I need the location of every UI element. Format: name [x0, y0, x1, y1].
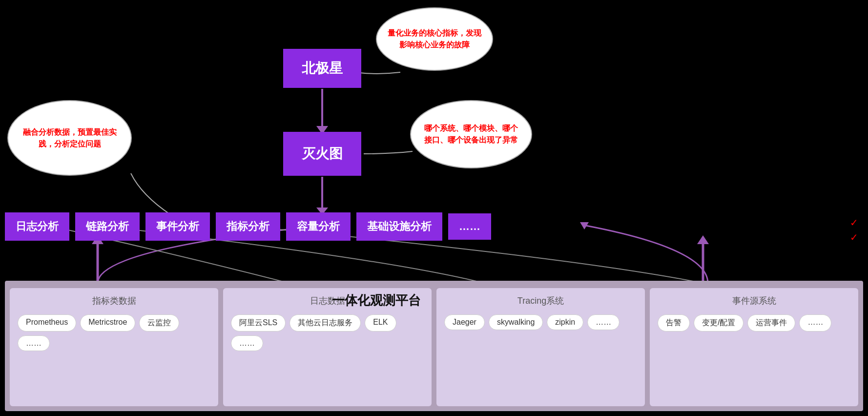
more-analysis-label: …… — [459, 220, 480, 232]
analysis-box-capacity: 容量分析 — [286, 212, 351, 241]
card-metrics: 指标类数据 Prometheus Metricstroe 云监控 …… — [10, 288, 218, 406]
bubble-2: 哪个系统、哪个模块、哪个接口、哪个设备出现了异常 — [410, 100, 532, 168]
miehuotu-box: 灭火图 — [283, 132, 361, 176]
infra-analysis-label: 基础设施分析 — [367, 220, 432, 232]
item-alarm: 告警 — [658, 314, 690, 332]
item-jaeger: Jaeger — [444, 314, 485, 330]
card-metrics-title: 指标类数据 — [18, 295, 210, 307]
card-tracing-items: Jaeger skywalking zipkin …… — [444, 314, 637, 330]
svg-marker-9 — [697, 235, 709, 244]
item-change-config: 变更/配置 — [694, 314, 744, 332]
beiji-label: 北极星 — [302, 59, 343, 78]
miehuotu-label: 灭火图 — [302, 145, 343, 163]
item-events-more: …… — [799, 314, 831, 332]
item-zipkin: zipkin — [547, 314, 583, 330]
log-analysis-label: 日志分析 — [16, 220, 59, 232]
item-other-log: 其他云日志服务 — [289, 314, 361, 332]
bubble-1-text: 量化业务的核心指标，发现影响核心业务的故障 — [387, 27, 482, 51]
card-tracing-title: Tracing系统 — [444, 295, 637, 307]
analysis-box-log: 日志分析 — [5, 212, 69, 241]
unified-platform-label: 一体化观测平台 — [332, 292, 421, 309]
beiji-box: 北极星 — [283, 49, 361, 88]
chain-analysis-label: 链路分析 — [86, 220, 129, 232]
item-metrics-more: …… — [18, 335, 50, 351]
bubble-2-text: 哪个系统、哪个模块、哪个接口、哪个设备出现了异常 — [421, 123, 521, 146]
checkmarks: ✓ ✓ — [850, 217, 858, 243]
analysis-box-event: 事件分析 — [145, 212, 210, 241]
item-logs-more: …… — [231, 335, 263, 351]
capacity-analysis-label: 容量分析 — [297, 220, 340, 232]
item-elk: ELK — [365, 314, 396, 332]
item-ops-event: 运营事件 — [747, 314, 795, 332]
bubble-1: 量化业务的核心指标，发现影响核心业务的故障 — [376, 7, 493, 71]
checkmark-1: ✓ — [850, 217, 858, 229]
item-aliyun-sls: 阿里云SLS — [231, 314, 286, 332]
metric-analysis-label: 指标分析 — [227, 220, 269, 232]
event-analysis-label: 事件分析 — [156, 220, 199, 232]
platform-title-text: 一体化观测平台 — [332, 293, 421, 308]
card-events-title: 事件源系统 — [658, 295, 850, 307]
checkmark-2: ✓ — [850, 231, 858, 243]
analysis-box-chain: 链路分析 — [75, 212, 140, 241]
platform-container: 指标类数据 Prometheus Metricstroe 云监控 …… 日志数据… — [5, 281, 863, 411]
analysis-row: 日志分析 链路分析 事件分析 指标分析 容量分析 基础设施分析 …… — [5, 212, 491, 241]
analysis-box-metric: 指标分析 — [216, 212, 280, 241]
item-tracing-more: …… — [587, 314, 620, 330]
analysis-box-infra: 基础设施分析 — [356, 212, 442, 241]
card-logs-items: 阿里云SLS 其他云日志服务 ELK …… — [231, 314, 424, 351]
analysis-box-more: …… — [448, 213, 491, 240]
card-events: 事件源系统 告警 变更/配置 运营事件 …… — [650, 288, 858, 406]
item-cloud-monitor: 云监控 — [139, 314, 179, 332]
platform-cards: 指标类数据 Prometheus Metricstroe 云监控 …… 日志数据… — [10, 286, 858, 406]
svg-marker-5 — [580, 222, 589, 229]
item-metricstore: Metricstroe — [80, 314, 135, 332]
bubble-3: 融合分析数据，预置最佳实践，分析定位问题 — [7, 100, 132, 176]
item-skywalking: skywalking — [489, 314, 543, 330]
bubble-3-text: 融合分析数据，预置最佳实践，分析定位问题 — [18, 126, 121, 150]
card-tracing: Tracing系统 Jaeger skywalking zipkin …… — [436, 288, 645, 406]
item-prometheus: Prometheus — [18, 314, 76, 332]
card-metrics-items: Prometheus Metricstroe 云监控 …… — [18, 314, 210, 351]
main-diagram: 北极星 灭火图 量化业务的核心指标，发现影响核心业务的故障 哪个系统、哪个模块、… — [0, 0, 868, 416]
card-events-items: 告警 变更/配置 运营事件 …… — [658, 314, 850, 332]
